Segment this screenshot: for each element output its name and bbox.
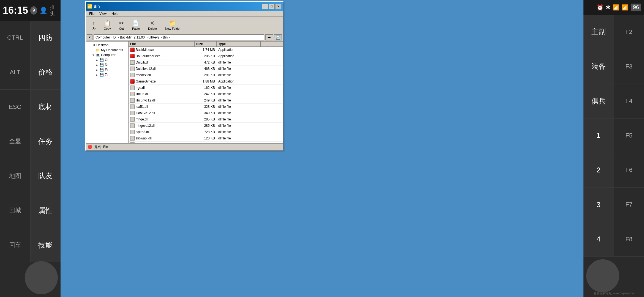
file-name: sqlite3.dll xyxy=(136,130,149,134)
col-header-type[interactable]: Type xyxy=(217,42,261,46)
sidebar-label-renwu[interactable]: 任务 xyxy=(31,124,61,159)
table-row[interactable]: BackMir.exe 1.74 MB Application xyxy=(129,47,283,53)
menu-file[interactable]: File xyxy=(87,11,97,16)
sidebar-label-sifang[interactable]: 四防 xyxy=(31,21,61,55)
sidebar-key-quanxian[interactable]: 全显 xyxy=(0,124,31,159)
table-row[interactable]: zlibwapi.dll 120 KB dllfile file xyxy=(129,135,283,142)
sidebar-key-huicheng[interactable]: 回城 xyxy=(0,193,31,228)
right-key-f4[interactable]: F4 xyxy=(614,84,644,118)
tree-item-c[interactable]: ▶ 💾 C: xyxy=(95,57,127,62)
right-key-f7[interactable]: F7 xyxy=(614,188,644,222)
right-label-zhuangbei[interactable]: 装备 xyxy=(583,49,614,84)
right-label-2[interactable]: 2 xyxy=(583,153,614,187)
right-row-6: 4 F8 xyxy=(583,222,644,257)
toolbar-copy-button[interactable]: 📋 Copy xyxy=(100,18,114,32)
restore-button[interactable]: □ xyxy=(269,4,275,9)
tree-item-z[interactable]: ▶ 💾 Z: xyxy=(95,72,127,77)
file-type-cell: dllfile file xyxy=(217,123,261,128)
toolbar-cut-button[interactable]: ✂ Cut xyxy=(116,18,127,32)
sidebar-key-alt[interactable]: ALT xyxy=(0,55,31,90)
table-row[interactable]: BMLauncher.exe 205 KB Application xyxy=(129,53,283,59)
file-size-cell: 120 KB xyxy=(195,136,217,141)
right-key-f6[interactable]: F6 xyxy=(614,153,644,187)
file-size-cell: 285 KB xyxy=(195,117,217,122)
sidebar-key-ditu[interactable]: 地图 xyxy=(0,159,31,193)
file-list: File Size Type BackMir.exe 1.74 MB Appli… xyxy=(129,42,283,143)
toolbar-newfolder-button[interactable]: 📁 New Folder xyxy=(162,18,184,32)
right-key-f3[interactable]: F3 xyxy=(614,49,644,84)
right-label-zhufei[interactable]: 主副 xyxy=(583,15,614,49)
sidebar-key-ctrl[interactable]: CTRL xyxy=(0,21,31,55)
file-name: mhge.dll xyxy=(136,117,148,121)
right-sidebar-buttons: 主副 F2 装备 F3 俱兵 F4 1 F5 2 F6 3 F7 4 F8 xyxy=(583,15,644,297)
address-dropdown[interactable]: ▼ xyxy=(87,34,92,40)
copy-icon: 📋 xyxy=(104,20,111,26)
table-row[interactable]: mhgevc12.dll 285 KB dllfile file xyxy=(129,123,283,129)
toolbar-paste-button[interactable]: 📄 Paste xyxy=(129,18,143,32)
breadcrumb-sep-2: › xyxy=(161,35,162,39)
right-key-f2[interactable]: F2 xyxy=(614,15,644,49)
tree-item-e[interactable]: ▶ 💾 E: xyxy=(95,67,127,72)
right-key-f5[interactable]: F5 xyxy=(614,119,644,153)
right-label-3[interactable]: 3 xyxy=(583,188,614,222)
right-label-jubing[interactable]: 俱兵 xyxy=(583,84,614,118)
close-button[interactable]: ✕ xyxy=(275,4,281,9)
table-row[interactable]: libcurlvc12.dll 249 KB dllfile file xyxy=(129,97,283,104)
tree-label-d: D: xyxy=(105,63,108,67)
minimize-button[interactable]: _ xyxy=(262,4,268,9)
file-size-cell: 87.0 KB xyxy=(195,142,217,143)
left-joystick[interactable] xyxy=(25,261,58,294)
file-name: libcurl.dll xyxy=(136,92,149,96)
toolbar-delete-button[interactable]: ✕ Delete xyxy=(144,18,160,32)
table-row[interactable]: GameSvr.exe 1.88 MB Application xyxy=(129,78,283,85)
status-label: 起点 xyxy=(94,145,101,149)
sidebar-key-huiche[interactable]: 回车 xyxy=(0,228,31,262)
file-name: fmodex.dll xyxy=(136,73,151,77)
window-controls: _ □ ✕ xyxy=(262,4,281,9)
sidebar-label-shuxing[interactable]: 属性 xyxy=(31,193,61,228)
signal-icon: 📶 xyxy=(622,4,629,11)
toolbar-up-button[interactable]: ↑ Up xyxy=(88,18,99,31)
paste-icon: 📄 xyxy=(132,20,139,26)
table-row[interactable]: DuiLib.dll 472 KB dllfile file xyxy=(129,59,283,66)
file-type-cell: dllfile file xyxy=(217,98,261,103)
nav-go-button[interactable]: ➡ xyxy=(265,34,273,40)
window-titlebar: 📁 Bin _ □ ✕ xyxy=(86,2,283,11)
table-row[interactable]: libcurl.dll 247 KB dllfile file xyxy=(129,91,283,97)
tree-item-mydocs[interactable]: 📁 My Documents xyxy=(91,48,127,53)
table-row[interactable]: zlibwapivc12.dll 87.0 KB dllfile file xyxy=(129,142,283,143)
table-row[interactable]: DuiLibvc12.dll 468 KB dllfile file xyxy=(129,66,283,72)
tree-item-d[interactable]: ▶ 💾 D: xyxy=(95,62,127,67)
right-label-1[interactable]: 1 xyxy=(583,119,614,153)
status-path: Bin xyxy=(103,145,108,149)
window-toolbar: ↑ Up 📋 Copy ✂ Cut 📄 Paste ✕ Delete 📁 Ne xyxy=(86,17,283,33)
right-joystick[interactable] xyxy=(586,259,619,292)
table-row[interactable]: fmodex.dll 281 KB dllfile file xyxy=(129,72,283,78)
tree-item-desktop[interactable]: 🖥 Desktop xyxy=(87,43,127,48)
right-key-f8[interactable]: F8 xyxy=(614,222,644,256)
table-row[interactable]: hge.dll 162 KB dllfile file xyxy=(129,85,283,91)
sidebar-label-dicai[interactable]: 底材 xyxy=(31,90,61,124)
tree-label-computer: Computer xyxy=(101,53,116,57)
col-header-size[interactable]: Size xyxy=(195,42,217,46)
right-sidebar: ⏰ ✱ 📶 📶 96 主副 F2 装备 F3 俱兵 F4 1 F5 2 F6 3… xyxy=(583,0,644,297)
sidebar-key-esc[interactable]: ESC xyxy=(0,90,31,124)
up-label: Up xyxy=(92,27,95,30)
tree-item-computer[interactable]: ▼ 💻 Computer xyxy=(91,53,127,57)
col-header-file[interactable]: File xyxy=(129,42,195,46)
right-label-4[interactable]: 4 xyxy=(583,222,614,256)
file-type-cell: dllfile file xyxy=(217,117,261,122)
table-row[interactable]: lua51vc12.dll 340 KB dllfile file xyxy=(129,110,283,116)
nav-refresh-button[interactable]: 🔄 xyxy=(274,34,282,40)
table-row[interactable]: lua51.dll 328 KB dllfile file xyxy=(129,104,283,110)
table-row[interactable]: mhge.dll 285 KB dllfile file xyxy=(129,116,283,123)
sidebar-label-jiage[interactable]: 价格 xyxy=(31,55,61,90)
menu-view[interactable]: View xyxy=(97,11,109,16)
menu-help[interactable]: Help xyxy=(109,11,121,16)
file-name-cell: fmodex.dll xyxy=(129,73,195,78)
table-row[interactable]: sqlite3.dll 728 KB dllfile file xyxy=(129,129,283,135)
sidebar-label-jineng[interactable]: 技能 xyxy=(31,228,61,262)
sidebar-label-duiyou[interactable]: 队友 xyxy=(31,159,61,193)
file-name-cell: mhgevc12.dll xyxy=(129,123,195,128)
file-size-cell: 247 KB xyxy=(195,92,217,96)
